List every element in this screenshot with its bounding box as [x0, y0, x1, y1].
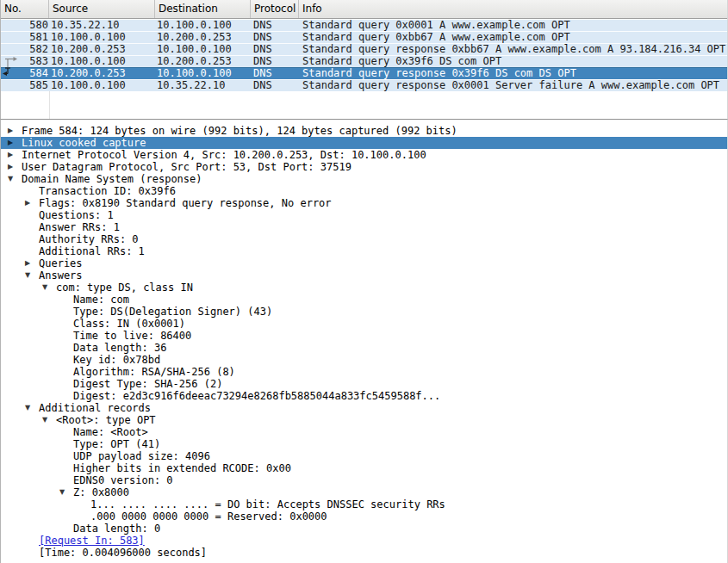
detail-row[interactable]: Authority RRs: 0 [1, 233, 727, 245]
detail-row[interactable]: ▼Additional records [1, 402, 727, 414]
detail-row[interactable]: Class: IN (0x0001) [1, 318, 727, 330]
detail-row[interactable]: ▶Internet Protocol Version 4, Src: 10.20… [1, 149, 727, 161]
detail-text: Additional records [39, 402, 151, 414]
detail-text: Z: 0x8000 [73, 486, 129, 498]
packet-row[interactable]: 58410.200.0.25310.100.0.100DNSStandard q… [1, 67, 727, 79]
packet-details: ▶Frame 584: 124 bytes on wire (992 bits)… [1, 125, 727, 559]
detail-row[interactable]: EDNS0 version: 0 [1, 474, 727, 486]
column-header-label: Protocol [254, 3, 296, 15]
detail-text: Domain Name System (response) [22, 173, 202, 185]
detail-row[interactable]: Additional RRs: 1 [1, 245, 727, 257]
detail-text: Type: OPT (41) [73, 438, 160, 450]
detail-row[interactable]: [Time: 0.004096000 seconds] [1, 547, 727, 559]
column-header-label: No. [4, 3, 22, 15]
column-header-label: Info [302, 3, 322, 15]
column-header-info[interactable]: Info [299, 0, 727, 18]
collapse-arrow-icon[interactable]: ▼ [39, 282, 56, 294]
detail-row[interactable]: Type: DS(Delegation Signer) (43) [1, 306, 727, 318]
cell-protocol: DNS [251, 79, 299, 91]
detail-row[interactable]: ▶Linux cooked capture [1, 137, 727, 149]
detail-text: Name: com [73, 294, 129, 306]
cell-no: 580 [20, 19, 49, 31]
detail-row[interactable]: ▶Flags: 0x8190 Standard query response, … [1, 197, 727, 209]
packet-list-header: No.SourceDestinationProtocolInfo [1, 0, 727, 19]
expand-arrow-icon[interactable]: ▶ [22, 257, 39, 269]
detail-row[interactable]: ▼Domain Name System (response) [1, 173, 727, 185]
cell-info: Standard query 0x39f6 DS com OPT [299, 55, 727, 67]
wireshark-window: { "colors": { "selection_blue": "#4285bd… [0, 0, 728, 563]
detail-text: Name: <Root> [73, 426, 148, 438]
detail-row[interactable]: Data length: 0 [1, 523, 727, 535]
detail-row[interactable]: Type: OPT (41) [1, 438, 727, 450]
column-header-source[interactable]: Source [49, 0, 155, 18]
expand-arrow-icon[interactable]: ▶ [22, 197, 39, 209]
cell-destination: 10.200.0.253 [155, 55, 251, 67]
detail-text: Frame 584: 124 bytes on wire (992 bits),… [22, 125, 457, 137]
detail-row[interactable]: [Request In: 583] [1, 535, 727, 547]
detail-row[interactable]: Algorithm: RSA/SHA-256 (8) [1, 366, 727, 378]
detail-row[interactable]: Digest: e2d3c916f6deeac73294e8268fb58850… [1, 390, 727, 402]
detail-row[interactable]: 1... .... .... .... = DO bit: Accepts DN… [1, 498, 727, 510]
expand-arrow-icon[interactable]: ▶ [4, 149, 22, 161]
expand-arrow-icon[interactable]: ▶ [4, 161, 22, 173]
column-header-destination[interactable]: Destination [155, 0, 251, 18]
request-in-link[interactable]: [Request In: 583] [39, 535, 145, 547]
detail-text: Internet Protocol Version 4, Src: 10.200… [22, 149, 426, 161]
detail-row[interactable]: ▼Z: 0x8000 [1, 486, 727, 498]
detail-text: Key id: 0x78bd [73, 354, 160, 366]
detail-row[interactable]: Data length: 36 [1, 342, 727, 354]
detail-row[interactable]: Higher bits in extended RCODE: 0x00 [1, 462, 727, 474]
detail-row[interactable]: ▶Queries [1, 257, 727, 269]
detail-row[interactable]: Time to live: 86400 [1, 330, 727, 342]
detail-row[interactable]: Answer RRs: 1 [1, 221, 727, 233]
collapse-arrow-icon[interactable]: ▼ [4, 173, 22, 185]
cell-info: Standard query 0x0001 A www.example.com … [299, 19, 727, 31]
row-gutter [1, 43, 20, 55]
detail-row[interactable]: ▼com: type DS, class IN [1, 282, 727, 294]
detail-row[interactable]: ▶Frame 584: 124 bytes on wire (992 bits)… [1, 125, 727, 137]
detail-text: Answer RRs: 1 [39, 221, 120, 233]
detail-row[interactable]: ▼Answers [1, 269, 727, 282]
cell-source: 10.100.0.100 [49, 79, 155, 91]
expand-arrow-icon[interactable]: ▶ [4, 137, 22, 149]
detail-row[interactable]: Name: com [1, 294, 727, 306]
detail-row[interactable]: UDP payload size: 4096 [1, 450, 727, 462]
collapse-arrow-icon[interactable]: ▼ [22, 402, 39, 414]
cell-source: 10.100.0.100 [49, 31, 155, 43]
cell-info: Standard query response 0x39f6 DS com DS… [299, 67, 727, 79]
row-gutter [1, 79, 20, 91]
cell-source: 10.200.0.253 [49, 67, 155, 79]
detail-text: UDP payload size: 4096 [73, 450, 210, 462]
collapse-arrow-icon[interactable]: ▼ [39, 414, 56, 426]
cell-source: 10.200.0.253 [49, 43, 155, 55]
packet-row[interactable]: 58310.100.0.10010.200.0.253DNSStandard q… [1, 55, 727, 67]
cell-no: 584 [20, 67, 49, 79]
detail-text: Algorithm: RSA/SHA-256 (8) [73, 366, 235, 378]
detail-row[interactable]: Digest Type: SHA-256 (2) [1, 378, 727, 390]
column-header-label: Destination [159, 3, 218, 15]
column-header-protocol[interactable]: Protocol [251, 0, 299, 18]
detail-row[interactable]: Name: <Root> [1, 426, 727, 438]
cell-protocol: DNS [251, 43, 299, 55]
collapse-arrow-icon[interactable]: ▼ [22, 269, 39, 282]
packet-row[interactable]: 58510.100.0.10010.35.22.10DNSStandard qu… [1, 79, 727, 91]
column-header-no[interactable]: No. [1, 0, 49, 18]
collapse-arrow-icon[interactable]: ▼ [56, 486, 73, 498]
expand-arrow-icon[interactable]: ▶ [4, 125, 22, 137]
cell-no: 581 [20, 31, 49, 43]
row-gutter [1, 19, 20, 31]
detail-text: .000 0000 0000 0000 = Reserved: 0x0000 [90, 510, 327, 523]
packet-row[interactable]: 58210.200.0.25310.100.0.100DNSStandard q… [1, 43, 727, 55]
packet-row[interactable]: 58010.35.22.1010.100.0.100DNSStandard qu… [1, 19, 727, 31]
detail-row[interactable]: .000 0000 0000 0000 = Reserved: 0x0000 [1, 510, 727, 523]
detail-text: 1... .... .... .... = DO bit: Accepts DN… [90, 498, 445, 510]
detail-row[interactable]: ▶User Datagram Protocol, Src Port: 53, D… [1, 161, 727, 173]
detail-text: Time to live: 86400 [73, 330, 191, 342]
cell-no: 585 [20, 79, 49, 91]
detail-row[interactable]: Transaction ID: 0x39f6 [1, 185, 727, 197]
detail-text: [Time: 0.004096000 seconds] [39, 547, 207, 559]
detail-row[interactable]: ▼<Root>: type OPT [1, 414, 727, 426]
detail-row[interactable]: Key id: 0x78bd [1, 354, 727, 366]
packet-row[interactable]: 58110.100.0.10010.200.0.253DNSStandard q… [1, 31, 727, 43]
detail-row[interactable]: Questions: 1 [1, 209, 727, 221]
